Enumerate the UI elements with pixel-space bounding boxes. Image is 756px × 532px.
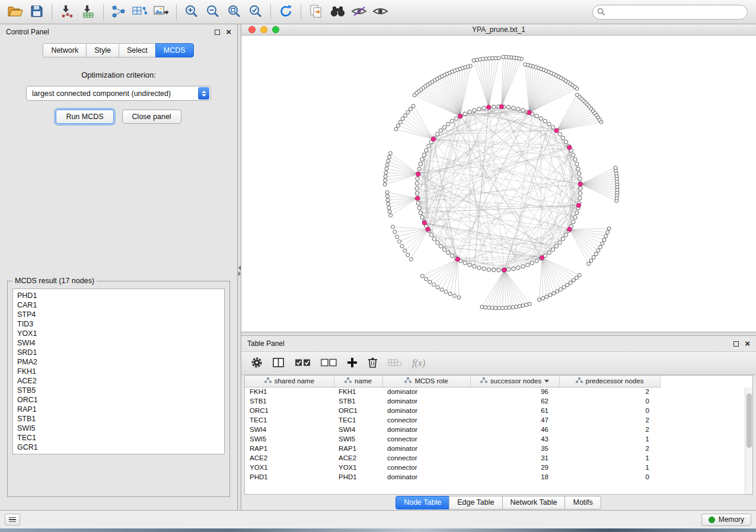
table-row[interactable]: ORC1ORC1dominator610	[245, 406, 752, 415]
mcds-result-item[interactable]: SWI5	[13, 424, 224, 433]
table-cell[interactable]: dominator	[382, 387, 470, 396]
table-row[interactable]: PHD1PHD1dominator180	[245, 472, 752, 482]
tab-motifs[interactable]: Motifs	[564, 496, 601, 509]
mcds-result-item[interactable]: SWI4	[13, 338, 224, 348]
table-cell[interactable]: 2	[559, 444, 660, 453]
table-row[interactable]: RAP1RAP1dominator352	[245, 444, 752, 453]
table-cell[interactable]: 18	[470, 472, 559, 482]
maximize-window-icon[interactable]	[272, 26, 279, 33]
import-table-button[interactable]	[78, 2, 99, 21]
table-cell[interactable]: STB1	[334, 396, 382, 406]
table-cell[interactable]: TEC1	[245, 415, 334, 425]
mcds-result-item[interactable]: STB5	[13, 386, 224, 395]
table-cell[interactable]: 1	[559, 453, 660, 463]
close-table-panel-icon[interactable]: ×	[745, 341, 750, 347]
import-network-button[interactable]	[56, 2, 78, 21]
mcds-result-item[interactable]: SRD1	[13, 348, 224, 357]
table-cell[interactable]: YOX1	[334, 463, 382, 472]
close-panel-icon[interactable]: ×	[226, 29, 231, 35]
table-cell[interactable]: ACE2	[245, 453, 334, 463]
table-cell[interactable]: 0	[559, 472, 660, 482]
save-button[interactable]	[26, 2, 47, 21]
delete-column-button[interactable]	[368, 357, 378, 370]
tab-mcds[interactable]: MCDS	[155, 43, 194, 57]
mcds-result-item[interactable]: PHD1	[13, 291, 224, 300]
table-cell[interactable]: PHD1	[334, 472, 382, 482]
export-image-button[interactable]	[151, 2, 172, 21]
minimize-window-icon[interactable]	[260, 26, 267, 33]
table-cell[interactable]: ACE2	[334, 453, 382, 463]
memory-button[interactable]: Memory	[701, 514, 751, 526]
mcds-result-item[interactable]: PMA2	[13, 357, 224, 367]
function-builder-button[interactable]: f(x)	[412, 358, 425, 368]
float-table-panel-icon[interactable]	[733, 341, 739, 347]
table-cell[interactable]: STB1	[245, 396, 334, 406]
mcds-result-item[interactable]: CAR1	[13, 300, 224, 310]
table-row[interactable]: SWI5SWI5connector431	[245, 434, 752, 444]
table-cell[interactable]: 46	[470, 425, 559, 434]
open-file-button[interactable]	[5, 2, 26, 21]
mcds-result-item[interactable]: STP4	[13, 310, 224, 319]
table-cell[interactable]: TEC1	[334, 415, 382, 425]
table-cell[interactable]: dominator	[382, 425, 470, 434]
unselect-all-columns-button[interactable]	[321, 358, 337, 369]
table-cell[interactable]: ORC1	[245, 406, 334, 415]
import-table-disabled-button[interactable]	[388, 358, 402, 369]
table-cell[interactable]: connector	[382, 463, 470, 472]
splitter-collapse-icons[interactable]	[238, 264, 241, 277]
show-annotations-button[interactable]	[369, 2, 391, 21]
tab-network-table[interactable]: Network Table	[502, 496, 566, 509]
mcds-result-item[interactable]: TEC1	[13, 433, 224, 443]
hide-annotations-button[interactable]	[348, 2, 369, 21]
column-header-name[interactable]: name	[334, 376, 382, 387]
search-input[interactable]	[592, 5, 748, 20]
table-cell[interactable]: FKH1	[245, 387, 334, 396]
network-canvas[interactable]	[241, 36, 756, 332]
apply-layout-button[interactable]	[275, 2, 296, 21]
mcds-result-item[interactable]: RAP1	[13, 405, 224, 414]
tab-network[interactable]: Network	[43, 43, 87, 57]
zoom-in-button[interactable]	[181, 2, 202, 21]
table-cell[interactable]: 62	[470, 396, 559, 406]
close-window-icon[interactable]	[248, 26, 256, 33]
table-cell[interactable]: 2	[559, 415, 660, 425]
mcds-result-list[interactable]: PHD1CAR1STP4TID3YOX1SWI4SRD1PMA2FKH1ACE2…	[12, 289, 225, 454]
select-all-columns-button[interactable]	[295, 358, 311, 369]
run-mcds-button[interactable]: Run MCDS	[56, 110, 113, 124]
table-row[interactable]: FKH1FKH1dominator962	[245, 387, 752, 396]
table-cell[interactable]: RAP1	[334, 444, 382, 453]
table-row[interactable]: STB1STB1dominator620	[245, 396, 752, 406]
table-cell[interactable]: 1	[559, 434, 660, 444]
column-header-successor-nodes[interactable]: successor nodes	[470, 376, 559, 387]
table-cell[interactable]: SWI5	[334, 434, 382, 444]
mcds-result-item[interactable]: ACE2	[13, 376, 224, 386]
table-cell[interactable]: dominator	[382, 472, 470, 482]
column-header-predecessor-nodes[interactable]: predecessor nodes	[559, 376, 660, 387]
table-scrollbar[interactable]	[745, 387, 752, 494]
table-cell[interactable]: 61	[470, 406, 559, 415]
new-network-button[interactable]	[108, 2, 129, 21]
column-header-MCDS-role[interactable]: MCDS role	[382, 376, 470, 387]
table-cell[interactable]: 31	[470, 453, 559, 463]
table-cell[interactable]: 1	[559, 463, 660, 472]
scrollbar-thumb[interactable]	[747, 393, 752, 448]
table-cell[interactable]: connector	[382, 434, 470, 444]
table-row[interactable]: YOX1YOX1connector291	[245, 463, 752, 472]
table-cell[interactable]: 43	[470, 434, 559, 444]
criterion-select[interactable]: largest connected component (undirected)	[26, 86, 211, 101]
mcds-result-item[interactable]: STB1	[13, 414, 224, 424]
column-header-shared-name[interactable]: shared name	[245, 376, 334, 387]
zoom-selected-button[interactable]	[245, 2, 266, 21]
show-columns-button[interactable]	[273, 357, 285, 370]
table-settings-button[interactable]	[251, 357, 263, 370]
close-panel-button[interactable]: Close panel	[122, 110, 181, 124]
table-cell[interactable]: SWI4	[245, 425, 334, 434]
copy-network-button[interactable]	[305, 2, 327, 21]
mcds-result-item[interactable]: ORC1	[13, 395, 224, 405]
table-cell[interactable]: dominator	[382, 406, 470, 415]
table-row[interactable]: ACE2ACE2connector311	[245, 453, 752, 463]
mcds-result-item[interactable]: TID3	[13, 319, 224, 329]
table-cell[interactable]: SWI5	[245, 434, 334, 444]
table-cell[interactable]: RAP1	[245, 444, 334, 453]
table-cell[interactable]: 0	[559, 396, 660, 406]
